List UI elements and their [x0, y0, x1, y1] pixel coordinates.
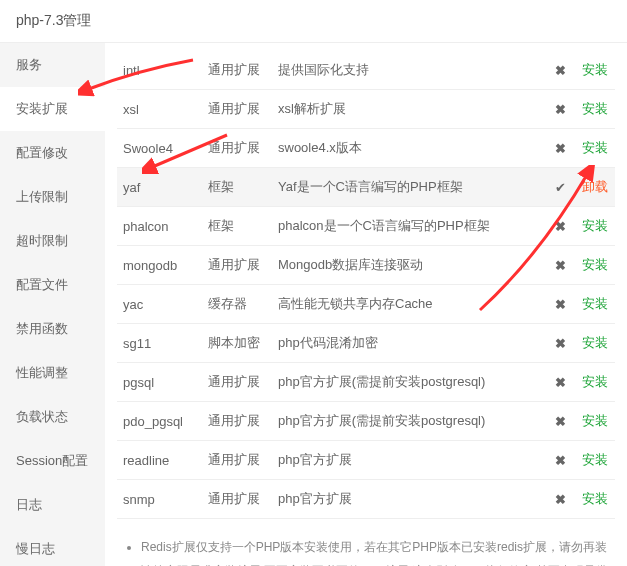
- ext-desc: 提供国际化支持: [272, 51, 545, 90]
- x-icon: ✖: [545, 51, 575, 90]
- table-row: mongodb通用扩展Mongodb数据库连接驱动✖安装: [117, 246, 615, 285]
- x-icon: ✖: [545, 441, 575, 480]
- ext-desc: Yaf是一个C语言编写的PHP框架: [272, 168, 545, 207]
- ext-name: mongodb: [117, 246, 202, 285]
- table-row: sg11脚本加密php代码混淆加密✖安装: [117, 324, 615, 363]
- ext-name: pgsql: [117, 363, 202, 402]
- sidebar-item-10[interactable]: 日志: [0, 483, 105, 527]
- sidebar-item-2[interactable]: 配置修改: [0, 131, 105, 175]
- install-button[interactable]: 安装: [582, 140, 608, 155]
- ext-type: 通用扩展: [202, 129, 272, 168]
- ext-type: 通用扩展: [202, 402, 272, 441]
- ext-name: phalcon: [117, 207, 202, 246]
- sidebar-item-5[interactable]: 配置文件: [0, 263, 105, 307]
- main-content: intl通用扩展提供国际化支持✖安装xsl通用扩展xsl解析扩展✖安装Swool…: [105, 43, 627, 566]
- table-row: Swoole4通用扩展swoole4.x版本✖安装: [117, 129, 615, 168]
- sidebar-item-11[interactable]: 慢日志: [0, 527, 105, 566]
- table-row: phalcon框架phalcon是一个C语言编写的PHP框架✖安装: [117, 207, 615, 246]
- ext-type: 通用扩展: [202, 246, 272, 285]
- ext-desc: php官方扩展(需提前安装postgresql): [272, 363, 545, 402]
- x-icon: ✖: [545, 129, 575, 168]
- uninstall-button[interactable]: 卸载: [582, 179, 608, 194]
- sidebar-item-1[interactable]: 安装扩展: [0, 87, 105, 131]
- sidebar-item-8[interactable]: 负载状态: [0, 395, 105, 439]
- ext-desc: php代码混淆加密: [272, 324, 545, 363]
- table-row: yac缓存器高性能无锁共享内存Cache✖安装: [117, 285, 615, 324]
- sidebar-item-3[interactable]: 上传限制: [0, 175, 105, 219]
- ext-type: 通用扩展: [202, 441, 272, 480]
- table-row: snmp通用扩展php官方扩展✖安装: [117, 480, 615, 519]
- ext-name: readline: [117, 441, 202, 480]
- x-icon: ✖: [545, 324, 575, 363]
- ext-name: yaf: [117, 168, 202, 207]
- sidebar-item-7[interactable]: 性能调整: [0, 351, 105, 395]
- x-icon: ✖: [545, 480, 575, 519]
- install-button[interactable]: 安装: [582, 218, 608, 233]
- ext-desc: php官方扩展(需提前安装postgresql): [272, 402, 545, 441]
- table-row: readline通用扩展php官方扩展✖安装: [117, 441, 615, 480]
- ext-name: snmp: [117, 480, 202, 519]
- x-icon: ✖: [545, 246, 575, 285]
- install-button[interactable]: 安装: [582, 296, 608, 311]
- ext-desc: swoole4.x版本: [272, 129, 545, 168]
- ext-name: sg11: [117, 324, 202, 363]
- ext-name: pdo_pgsql: [117, 402, 202, 441]
- ext-type: 缓存器: [202, 285, 272, 324]
- sidebar-item-9[interactable]: Session配置: [0, 439, 105, 483]
- x-icon: ✖: [545, 90, 575, 129]
- install-button[interactable]: 安装: [582, 452, 608, 467]
- x-icon: ✖: [545, 402, 575, 441]
- table-row: pgsql通用扩展php官方扩展(需提前安装postgresql)✖安装: [117, 363, 615, 402]
- x-icon: ✖: [545, 285, 575, 324]
- ext-name: yac: [117, 285, 202, 324]
- install-button[interactable]: 安装: [582, 62, 608, 77]
- ext-desc: xsl解析扩展: [272, 90, 545, 129]
- x-icon: ✖: [545, 207, 575, 246]
- sidebar: 服务安装扩展配置修改上传限制超时限制配置文件禁用函数性能调整负载状态Sessio…: [0, 43, 105, 566]
- install-button[interactable]: 安装: [582, 491, 608, 506]
- sidebar-item-0[interactable]: 服务: [0, 43, 105, 87]
- extensions-table: intl通用扩展提供国际化支持✖安装xsl通用扩展xsl解析扩展✖安装Swool…: [117, 51, 615, 519]
- ext-desc: php官方扩展: [272, 441, 545, 480]
- sidebar-item-4[interactable]: 超时限制: [0, 219, 105, 263]
- ext-name: Swoole4: [117, 129, 202, 168]
- ext-type: 框架: [202, 168, 272, 207]
- sidebar-item-6[interactable]: 禁用函数: [0, 307, 105, 351]
- notes-section: Redis扩展仅支持一个PHP版本安装使用，若在其它PHP版本已安装redis扩…: [117, 535, 615, 566]
- ext-type: 通用扩展: [202, 51, 272, 90]
- install-button[interactable]: 安装: [582, 335, 608, 350]
- ext-desc: php官方扩展: [272, 480, 545, 519]
- ext-desc: 高性能无锁共享内存Cache: [272, 285, 545, 324]
- page-title: php-7.3管理: [0, 0, 627, 43]
- table-row: pdo_pgsql通用扩展php官方扩展(需提前安装postgresql)✖安装: [117, 402, 615, 441]
- note-item: Redis扩展仅支持一个PHP版本安装使用，若在其它PHP版本已安装redis扩…: [141, 535, 615, 559]
- ext-name: intl: [117, 51, 202, 90]
- check-icon: ✔: [545, 168, 575, 207]
- install-button[interactable]: 安装: [582, 413, 608, 428]
- install-button[interactable]: 安装: [582, 374, 608, 389]
- install-button[interactable]: 安装: [582, 257, 608, 272]
- ext-name: xsl: [117, 90, 202, 129]
- ext-type: 脚本加密: [202, 324, 272, 363]
- table-row: xsl通用扩展xsl解析扩展✖安装: [117, 90, 615, 129]
- note-item: 请按实际需求安装扩展,不要安装不必要的PHP扩展,这会影响PHP执行效率,甚至出…: [141, 559, 615, 566]
- ext-type: 通用扩展: [202, 90, 272, 129]
- ext-desc: Mongodb数据库连接驱动: [272, 246, 545, 285]
- x-icon: ✖: [545, 363, 575, 402]
- install-button[interactable]: 安装: [582, 101, 608, 116]
- ext-type: 通用扩展: [202, 363, 272, 402]
- table-row: yaf框架Yaf是一个C语言编写的PHP框架✔卸载: [117, 168, 615, 207]
- table-row: intl通用扩展提供国际化支持✖安装: [117, 51, 615, 90]
- ext-type: 框架: [202, 207, 272, 246]
- ext-type: 通用扩展: [202, 480, 272, 519]
- ext-desc: phalcon是一个C语言编写的PHP框架: [272, 207, 545, 246]
